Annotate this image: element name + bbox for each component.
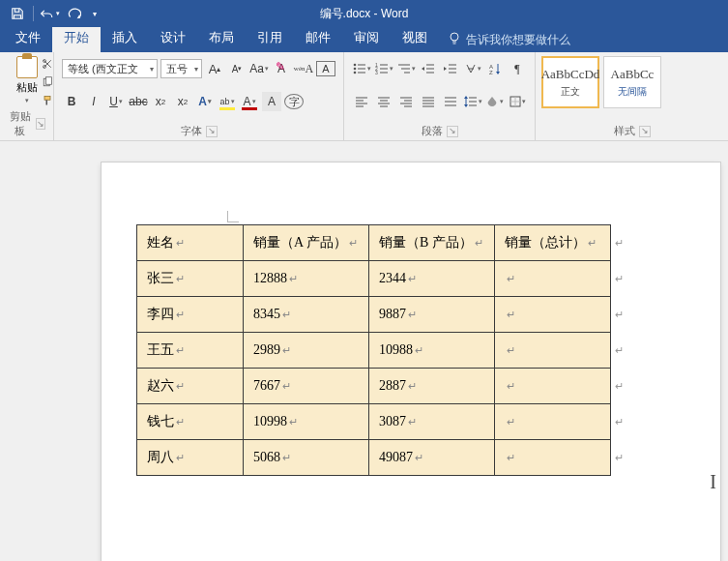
text-cursor-icon: I [710, 471, 716, 493]
dialog-launcher-icon[interactable]: ↘ [447, 126, 458, 137]
document-workspace: 姓名↵ 销量（A 产品）↵ 销量（B 产品）↵ 销量（总计）↵↵ 张三↵ 128… [0, 141, 728, 561]
dialog-launcher-icon[interactable]: ↘ [36, 118, 45, 130]
svg-point-7 [353, 68, 356, 71]
group-label: 字体 [181, 124, 202, 138]
strikethrough-button[interactable]: abc [129, 92, 148, 111]
group-styles: AaBbCcDd 正文 AaBbCc 无间隔 样式 ↘ [536, 52, 728, 140]
window-title: 编号.docx - Word [0, 6, 728, 22]
asian-layout-button[interactable]: ▾ [463, 59, 482, 78]
align-center-button[interactable] [374, 92, 393, 111]
title-bar: ▾ ▾ 编号.docx - Word [0, 0, 728, 27]
phonetic-guide-button[interactable]: wénA [294, 59, 313, 78]
change-case-button[interactable]: Aa▾ [249, 59, 269, 78]
margin-corner-icon [227, 211, 239, 222]
qat-customize-button[interactable]: ▾ [88, 3, 102, 24]
svg-point-8 [353, 72, 356, 74]
shrink-font-button[interactable]: A▾ [227, 59, 247, 78]
align-left-button[interactable] [352, 92, 371, 111]
svg-rect-4 [46, 77, 52, 85]
enclose-characters-button[interactable]: 字 [284, 94, 304, 109]
style-gallery[interactable]: AaBbCcDd 正文 AaBbCc 无间隔 [541, 56, 722, 108]
font-name-combo[interactable]: 等线 (西文正文▾ [62, 59, 158, 78]
tab-insert[interactable]: 插入 [101, 24, 149, 52]
paste-label: 粘贴 [16, 80, 38, 95]
borders-button[interactable]: ▾ [508, 92, 527, 111]
document-page[interactable]: 姓名↵ 销量（A 产品）↵ 销量（B 产品）↵ 销量（总计）↵↵ 张三↵ 128… [102, 162, 720, 561]
ribbon-tabs: 文件 开始 插入 设计 布局 引用 邮件 审阅 视图 告诉我你想要做什么 [0, 27, 728, 52]
group-clipboard: 粘贴 ▾ 剪贴板 ↘ [0, 52, 54, 140]
multilevel-list-button[interactable]: ▾ [396, 59, 416, 78]
table-header-row[interactable]: 姓名↵ 销量（A 产品）↵ 销量（B 产品）↵ 销量（总计）↵↵ [137, 225, 611, 261]
group-label: 样式 [614, 124, 635, 138]
decrease-indent-button[interactable] [419, 59, 438, 78]
group-font: 等线 (西文正文▾ 五号▾ A▴ A▾ Aa▾ A✎ wénA A B I U▾… [54, 52, 344, 140]
tab-file[interactable]: 文件 [4, 24, 52, 52]
svg-rect-5 [44, 97, 50, 101]
distributed-button[interactable] [441, 92, 460, 111]
table-row[interactable]: 周八↵ 5068↵ 49087↵ ↵↵ [137, 440, 611, 476]
superscript-button[interactable]: x2 [173, 92, 192, 111]
save-button[interactable] [6, 3, 29, 24]
underline-button[interactable]: U▾ [106, 92, 126, 111]
tab-layout[interactable]: 布局 [197, 24, 246, 52]
text-effects-button[interactable]: A▾ [195, 92, 215, 111]
group-label: 剪贴板 [8, 109, 32, 138]
character-border-button[interactable]: A [316, 61, 335, 76]
table-row[interactable]: 赵六↵ 7667↵ 2887↵ ↵↵ [137, 369, 611, 404]
svg-text:Z: Z [489, 70, 493, 74]
dialog-launcher-icon[interactable]: ↘ [206, 126, 218, 137]
increase-indent-button[interactable] [441, 59, 460, 78]
tab-review[interactable]: 审阅 [342, 24, 391, 52]
clipboard-icon [16, 56, 38, 78]
quick-access-toolbar: ▾ ▾ [6, 3, 102, 24]
tab-design[interactable]: 设计 [149, 24, 197, 52]
bullets-button[interactable]: ▾ [352, 59, 371, 78]
italic-button[interactable]: I [84, 92, 103, 111]
tell-me-search[interactable]: 告诉我你想要做什么 [449, 32, 570, 52]
undo-button[interactable]: ▾ [38, 3, 61, 24]
align-right-button[interactable] [396, 92, 416, 111]
table-row[interactable]: 张三↵ 12888↵ 2344↵ ↵↵ [137, 261, 611, 297]
grow-font-button[interactable]: A▴ [205, 59, 224, 78]
dialog-launcher-icon[interactable]: ↘ [639, 126, 651, 137]
ribbon: 粘贴 ▾ 剪贴板 ↘ 等线 (西文正文▾ 五号▾ [0, 52, 728, 141]
style-no-spacing[interactable]: AaBbCc 无间隔 [603, 56, 661, 108]
table-row[interactable]: 李四↵ 8345↵ 9887↵ ↵↵ [137, 297, 611, 333]
shading-button[interactable]: ▾ [485, 92, 505, 111]
style-normal[interactable]: AaBbCcDd 正文 [541, 56, 599, 108]
lightbulb-icon [449, 32, 460, 48]
tab-references[interactable]: 引用 [246, 24, 294, 52]
tell-me-placeholder: 告诉我你想要做什么 [466, 32, 570, 48]
character-shading-button[interactable]: A [262, 92, 281, 111]
document-table[interactable]: 姓名↵ 销量（A 产品）↵ 销量（B 产品）↵ 销量（总计）↵↵ 张三↵ 128… [136, 224, 611, 476]
align-justify-button[interactable] [419, 92, 438, 111]
table-row[interactable]: 王五↵ 2989↵ 10988↵ ↵↵ [137, 333, 611, 369]
bold-button[interactable]: B [62, 92, 81, 111]
svg-point-0 [451, 33, 458, 41]
svg-text:3: 3 [375, 70, 378, 74]
svg-point-6 [353, 64, 356, 67]
clear-formatting-button[interactable]: A✎ [272, 59, 291, 78]
numbering-button[interactable]: 123▾ [374, 59, 393, 78]
line-spacing-button[interactable]: ▾ [463, 92, 482, 111]
group-paragraph: ▾ 123▾ ▾ ▾ AZ ¶ ▾ ▾ ▾ 段落 ↘ [344, 52, 536, 140]
group-label: 段落 [422, 124, 443, 138]
tab-view[interactable]: 视图 [391, 24, 439, 52]
show-marks-button[interactable]: ¶ [508, 59, 527, 78]
highlight-button[interactable]: ab▾ [218, 92, 237, 111]
table-row[interactable]: 钱七↵ 10998↵ 3087↵ ↵↵ [137, 404, 611, 440]
font-color-button[interactable]: A▾ [240, 92, 259, 111]
redo-button[interactable] [63, 3, 86, 24]
sort-button[interactable]: AZ [485, 59, 505, 78]
tab-home[interactable]: 开始 [52, 24, 101, 52]
tab-mailings[interactable]: 邮件 [294, 24, 342, 52]
font-size-combo[interactable]: 五号▾ [160, 59, 202, 78]
subscript-button[interactable]: x2 [151, 92, 170, 111]
